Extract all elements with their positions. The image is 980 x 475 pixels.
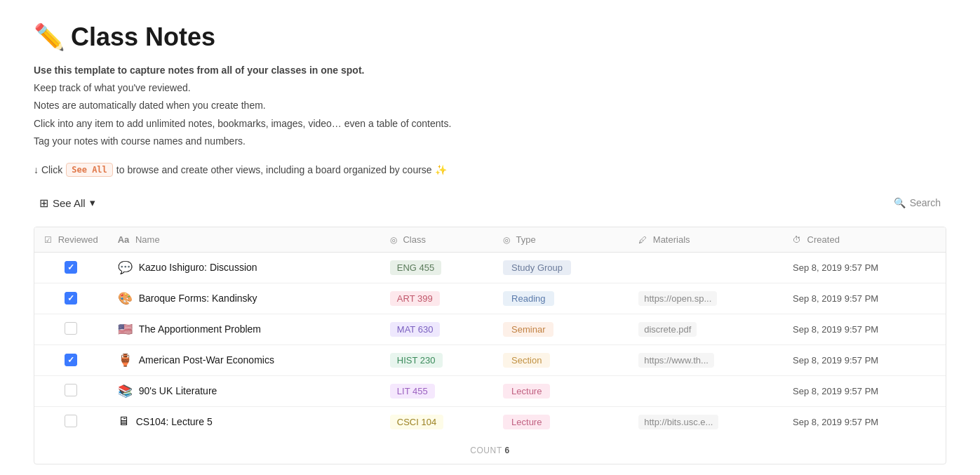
toolbar: ⊞ See All ▾ 🔍 Search	[34, 194, 946, 218]
type-cell: Lecture	[493, 406, 629, 437]
materials-icon: 🖊	[638, 235, 647, 245]
reviewed-cell	[34, 314, 108, 344]
desc-line-2: Notes are automatically dated when you c…	[34, 97, 946, 114]
hint-line: ↓ Click See All to browse and create oth…	[34, 163, 946, 177]
type-badge: Study Group	[503, 260, 571, 275]
name-cell[interactable]: 📚90's UK Literature	[108, 375, 380, 406]
materials-cell	[629, 252, 783, 283]
checkbox[interactable]	[65, 322, 77, 335]
table-header-row: ☑ Reviewed Aa Name ◎ Class ◎ Type 🖊 M	[34, 227, 946, 253]
type-badge: Lecture	[503, 384, 550, 399]
row-emoji: 🖥	[118, 415, 130, 429]
checkbox-icon: ☑	[44, 235, 52, 245]
class-badge: LIT 455	[390, 384, 435, 399]
class-badge: ART 399	[390, 291, 440, 306]
created-cell: Sep 8, 2019 9:57 PM	[783, 283, 946, 314]
type-icon: ◎	[503, 235, 510, 245]
materials-cell[interactable]: https://www.th...	[629, 344, 783, 375]
table-wrapper: ☑ Reviewed Aa Name ◎ Class ◎ Type 🖊 M	[34, 227, 946, 464]
row-emoji: 🏺	[118, 353, 133, 368]
search-icon: 🔍	[894, 197, 906, 208]
type-cell: Seminar	[493, 314, 629, 344]
type-badge: Section	[503, 353, 550, 368]
name-cell[interactable]: 🎨Baroque Forms: Kandinsky	[108, 283, 380, 314]
row-name: 90's UK Literature	[139, 385, 217, 396]
table-row: 📚90's UK LiteratureLIT 455LectureSep 8, …	[34, 375, 946, 406]
class-cell: HIST 230	[380, 344, 493, 375]
col-class: ◎ Class	[380, 227, 493, 253]
type-cell: Study Group	[493, 252, 629, 283]
page-title: Class Notes	[71, 22, 215, 52]
class-badge: CSCI 104	[390, 415, 443, 429]
table-row: 🖥CS104: Lecture 5CSCI 104Lecturehttp://b…	[34, 406, 946, 437]
chevron-down-icon: ▾	[90, 196, 95, 209]
materials-link[interactable]: discrete.pdf	[638, 322, 697, 337]
checkbox[interactable]	[65, 261, 77, 274]
table-row: 🎨Baroque Forms: KandinskyART 399Readingh…	[34, 283, 946, 314]
materials-cell[interactable]: http://bits.usc.e...	[629, 406, 783, 437]
class-cell: ENG 455	[380, 252, 493, 283]
hint-prefix: ↓ Click	[34, 164, 62, 175]
created-cell: Sep 8, 2019 9:57 PM	[783, 252, 946, 283]
col-materials: 🖊 Materials	[629, 227, 783, 253]
materials-link[interactable]: https://open.sp...	[638, 291, 717, 306]
checkbox[interactable]	[65, 354, 77, 366]
count-row: COUNT 6	[34, 437, 946, 464]
type-badge: Seminar	[503, 322, 553, 337]
col-reviewed: ☑ Reviewed	[34, 227, 108, 253]
type-badge: Lecture	[503, 415, 550, 429]
count-label: COUNT	[470, 446, 502, 455]
header: ✏️ Class Notes Use this template to capt…	[34, 22, 946, 177]
reviewed-cell	[34, 406, 108, 437]
class-badge: MAT 630	[390, 322, 441, 337]
desc-line-4: Tag your notes with course names and num…	[34, 133, 946, 150]
text-icon: Aa	[118, 234, 130, 245]
desc-bold: Use this template to capture notes from …	[34, 62, 946, 79]
clock-icon: ⏱	[793, 235, 801, 245]
table-row: 🇺🇸The Apportionment ProblemMAT 630Semina…	[34, 314, 946, 344]
class-cell: LIT 455	[380, 375, 493, 406]
row-emoji: 🇺🇸	[118, 322, 133, 337]
row-emoji: 📚	[118, 384, 133, 399]
col-type: ◎ Type	[493, 227, 629, 253]
class-badge: ENG 455	[390, 260, 441, 275]
type-badge: Reading	[503, 291, 553, 306]
col-name: Aa Name	[108, 227, 380, 253]
reviewed-cell	[34, 344, 108, 375]
row-name: CS104: Lecture 5	[136, 416, 213, 427]
description-block: Use this template to capture notes from …	[34, 62, 946, 150]
type-cell: Reading	[493, 283, 629, 314]
created-cell: Sep 8, 2019 9:57 PM	[783, 314, 946, 344]
reviewed-cell	[34, 283, 108, 314]
name-cell[interactable]: 🇺🇸The Apportionment Problem	[108, 314, 380, 344]
col-created: ⏱ Created	[783, 227, 946, 253]
checkbox[interactable]	[65, 384, 77, 396]
table-grid-icon: ⊞	[39, 196, 48, 210]
name-cell[interactable]: 💬Kazuo Ishiguro: Discussion	[108, 252, 380, 283]
row-emoji: 🎨	[118, 291, 133, 306]
hint-suffix: to browse and create other views, includ…	[116, 164, 447, 175]
materials-cell[interactable]: discrete.pdf	[629, 314, 783, 344]
row-name: Kazuo Ishiguro: Discussion	[139, 262, 257, 273]
materials-link[interactable]: https://www.th...	[638, 353, 714, 368]
row-name: Baroque Forms: Kandinsky	[139, 293, 257, 304]
name-cell[interactable]: 🖥CS104: Lecture 5	[108, 406, 380, 437]
see-all-button[interactable]: ⊞ See All ▾	[34, 194, 101, 213]
row-name: American Post-War Economics	[139, 354, 274, 366]
search-button[interactable]: 🔍 Search	[888, 194, 946, 211]
type-cell: Lecture	[493, 375, 629, 406]
table-row: 🏺American Post-War EconomicsHIST 230Sect…	[34, 344, 946, 375]
class-cell: ART 399	[380, 283, 493, 314]
row-emoji: 💬	[118, 260, 133, 275]
checkbox[interactable]	[65, 415, 77, 427]
see-all-badge[interactable]: See All	[66, 163, 113, 177]
desc-line-3: Click into any item to add unlimited not…	[34, 115, 946, 133]
created-cell: Sep 8, 2019 9:57 PM	[783, 406, 946, 437]
name-cell[interactable]: 🏺American Post-War Economics	[108, 344, 380, 375]
count-value: 6	[505, 446, 510, 455]
table-row: 💬Kazuo Ishiguro: DiscussionENG 455Study …	[34, 252, 946, 283]
checkbox[interactable]	[65, 292, 77, 305]
reviewed-cell	[34, 375, 108, 406]
materials-link[interactable]: http://bits.usc.e...	[638, 415, 718, 429]
materials-cell[interactable]: https://open.sp...	[629, 283, 783, 314]
